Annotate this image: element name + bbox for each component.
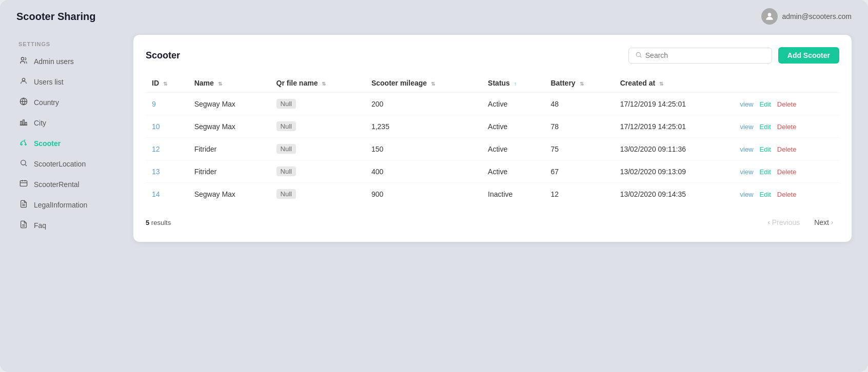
edit-action[interactable]: Edit — [760, 100, 771, 108]
svg-rect-6 — [23, 120, 25, 125]
results-count: 5 results — [146, 219, 171, 226]
cell-battery: 12 — [544, 183, 614, 205]
delete-action[interactable]: Delete — [777, 146, 797, 153]
cell-id: 12 — [146, 138, 188, 160]
cell-name: Fitrider — [188, 160, 270, 183]
cell-mileage: 200 — [365, 93, 482, 115]
sidebar-item-admin-users[interactable]: Admin users — [12, 51, 125, 72]
user-info: admin@scooters.com — [761, 8, 852, 25]
view-action[interactable]: view — [740, 146, 754, 153]
app-shell: Scooter Sharing admin@scooters.com SETTI… — [0, 0, 868, 372]
sidebar-item-city[interactable]: City — [12, 113, 125, 133]
previous-button[interactable]: ‹ Previous — [762, 215, 806, 230]
cell-created-at: 13/02/2020 09:11:36 — [614, 138, 734, 160]
user-avatar-icon — [761, 8, 778, 25]
search-input[interactable] — [645, 51, 765, 59]
content-area: Scooter Add Scooter — [125, 33, 856, 360]
cell-status: Active — [482, 93, 544, 115]
cell-actions: view Edit Delete — [734, 93, 839, 115]
view-action[interactable]: view — [740, 123, 754, 131]
view-action[interactable]: view — [740, 191, 754, 198]
col-battery[interactable]: Battery ⇅ — [544, 74, 614, 93]
sidebar-label-admin-users: Admin users — [34, 57, 74, 66]
cell-qr: Null — [270, 160, 365, 183]
view-action[interactable]: view — [740, 168, 754, 176]
svg-point-21 — [636, 52, 640, 56]
table-row: 14 Segway Max Null 900 Inactive 12 13/02… — [146, 183, 839, 205]
admin-users-icon — [18, 56, 29, 67]
cell-qr: Null — [270, 138, 365, 160]
cell-battery: 67 — [544, 160, 614, 183]
cell-name: Segway Max — [188, 183, 270, 205]
delete-action[interactable]: Delete — [777, 100, 797, 108]
cell-actions: view Edit Delete — [734, 138, 839, 160]
scooter-rental-icon — [18, 179, 29, 190]
edit-action[interactable]: Edit — [760, 191, 771, 198]
sidebar-item-country[interactable]: Country — [12, 92, 125, 113]
cell-created-at: 17/12/2019 14:25:01 — [614, 93, 734, 115]
cell-battery: 75 — [544, 138, 614, 160]
cell-actions: view Edit Delete — [734, 160, 839, 183]
next-button[interactable]: Next › — [808, 215, 839, 230]
scooter-table: ID ⇅ Name ⇅ Qr file name ⇅ — [146, 74, 839, 205]
add-scooter-button[interactable]: Add Scooter — [778, 47, 839, 64]
col-id[interactable]: ID ⇅ — [146, 74, 188, 93]
cell-mileage: 1,235 — [365, 115, 482, 138]
card-footer: 5 results ‹ Previous Next › — [146, 213, 839, 230]
cell-created-at: 17/12/2019 14:25:01 — [614, 115, 734, 138]
sidebar-item-users-list[interactable]: Users list — [12, 72, 125, 92]
svg-line-12 — [25, 164, 27, 166]
sidebar-item-scooter-location[interactable]: ScooterLocation — [12, 154, 125, 174]
scooter-card: Scooter Add Scooter — [133, 35, 852, 242]
sidebar-item-scooter-rental[interactable]: ScooterRental — [12, 174, 125, 195]
cell-id: 9 — [146, 93, 188, 115]
cell-name: Segway Max — [188, 93, 270, 115]
cell-mileage: 150 — [365, 138, 482, 160]
col-qr-file-name[interactable]: Qr file name ⇅ — [270, 74, 365, 93]
svg-point-1 — [21, 57, 24, 60]
card-header: Scooter Add Scooter — [146, 47, 839, 64]
main-layout: SETTINGS Admin users Users list — [0, 33, 868, 372]
delete-action[interactable]: Delete — [777, 168, 797, 176]
cell-id: 13 — [146, 160, 188, 183]
svg-rect-13 — [20, 181, 27, 187]
cell-qr: Null — [270, 93, 365, 115]
col-created-at[interactable]: Created at ⇅ — [614, 74, 734, 93]
col-actions — [734, 74, 839, 93]
cell-created-at: 13/02/2020 09:14:35 — [614, 183, 734, 205]
sidebar-item-faq[interactable]: Faq — [12, 215, 125, 236]
chevron-right-icon: › — [831, 219, 833, 226]
cell-status: Active — [482, 115, 544, 138]
search-icon — [635, 51, 642, 60]
cell-mileage: 900 — [365, 183, 482, 205]
table-header-row: ID ⇅ Name ⇅ Qr file name ⇅ — [146, 74, 839, 93]
cell-actions: view Edit Delete — [734, 115, 839, 138]
delete-action[interactable]: Delete — [777, 191, 797, 198]
search-box[interactable] — [628, 48, 772, 64]
edit-action[interactable]: Edit — [760, 146, 771, 153]
edit-action[interactable]: Edit — [760, 123, 771, 131]
sidebar-label-city: City — [34, 119, 46, 127]
delete-action[interactable]: Delete — [777, 123, 797, 131]
sidebar-item-legal-information[interactable]: LegalInformation — [12, 195, 125, 215]
col-scooter-mileage[interactable]: Scooter mileage ⇅ — [365, 74, 482, 93]
chevron-left-icon: ‹ — [768, 219, 770, 226]
users-list-icon — [18, 77, 29, 87]
sidebar-item-scooter[interactable]: Scooter — [12, 133, 125, 154]
sidebar-label-legal-information: LegalInformation — [34, 201, 87, 209]
svg-point-2 — [22, 78, 25, 81]
edit-action[interactable]: Edit — [760, 168, 771, 176]
cell-mileage: 400 — [365, 160, 482, 183]
table-row: 9 Segway Max Null 200 Active 48 17/12/20… — [146, 93, 839, 115]
sidebar-label-users-list: Users list — [34, 78, 64, 86]
scooter-location-icon — [18, 159, 29, 169]
view-action[interactable]: view — [740, 100, 754, 108]
col-name[interactable]: Name ⇅ — [188, 74, 270, 93]
city-icon — [18, 118, 29, 128]
legal-information-icon — [18, 200, 29, 210]
col-status[interactable]: Status ↑ — [482, 74, 544, 93]
cell-battery: 48 — [544, 93, 614, 115]
table-row: 12 Fitrider Null 150 Active 75 13/02/202… — [146, 138, 839, 160]
sidebar-label-scooter-rental: ScooterRental — [34, 180, 80, 189]
cell-qr: Null — [270, 115, 365, 138]
